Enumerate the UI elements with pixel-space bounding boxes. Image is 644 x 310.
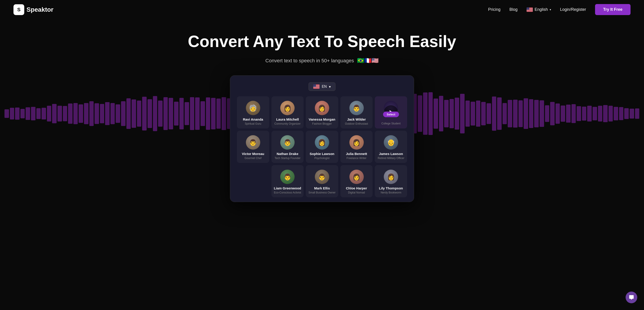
wave-bar — [534, 100, 539, 127]
avatar-vanessa: 👩 — [315, 101, 329, 115]
wave-bar — [126, 98, 131, 129]
wave-bar — [52, 104, 56, 123]
voice-role-liam: Eco-Conscious Activist — [274, 191, 302, 194]
avatar-sophie: 👩 — [315, 135, 329, 149]
app-lang-label: EN — [322, 85, 327, 89]
avatar-julia: 👩 — [350, 135, 364, 149]
wave-bar — [497, 97, 502, 130]
wave-bar — [222, 97, 226, 130]
voice-name-lily: Lily Thompson — [377, 186, 405, 190]
wave-bar — [200, 101, 205, 126]
logo-box: S — [14, 4, 24, 15]
wave-bar — [550, 102, 555, 125]
blog-link[interactable]: Blog — [510, 7, 518, 12]
voice-name-ravi: Ravi Ananda — [239, 117, 267, 121]
wave-bar — [624, 108, 629, 119]
voice-name-nathan: Nathan Drake — [274, 152, 302, 156]
wave-bar — [587, 106, 592, 121]
hero-subtitle: Convert text to speech in 50+ languages … — [4, 57, 640, 64]
voice-card-nathan[interactable]: 👨 Nathan Drake Tech Startup Founder — [272, 131, 304, 163]
voice-card-sophie[interactable]: 👩 Sophie Lawson Psychologist — [306, 131, 338, 163]
wave-bar — [418, 95, 422, 132]
wave-bar — [561, 105, 565, 121]
flag-usa: 🇺🇸 — [372, 57, 378, 64]
wave-bar — [121, 101, 126, 126]
voice-card-chloe[interactable]: 👩 Chloe Harper Digital Nomad — [340, 165, 373, 197]
wave-bar — [116, 104, 120, 123]
voice-name-vanessa: Vanessa Morgan — [308, 117, 336, 121]
wave-bar — [158, 101, 162, 127]
voice-card-jack[interactable]: 👨 Jack Wilder Outdoor Enthusiast — [340, 96, 373, 128]
voice-name-laura: Laura Mitchell — [274, 117, 302, 121]
logo[interactable]: S Speaktor — [14, 4, 54, 15]
voice-role-nathan: Tech Startup Founder — [274, 157, 302, 160]
wave-bar — [78, 104, 83, 123]
try-it-free-button[interactable]: Try It Free — [595, 4, 630, 15]
wave-bar — [94, 103, 99, 124]
navbar: S Speaktor Pricing Blog English ▾ Login/… — [0, 0, 644, 19]
voice-card-james[interactable]: 👴 James Lawson Retired Military Officer — [375, 131, 407, 163]
voice-role-mark: Small Business Owner — [308, 191, 336, 194]
wave-bar — [105, 102, 110, 125]
wave-bar — [481, 102, 486, 125]
voice-role-victor: Gourmet Chef — [239, 157, 267, 160]
voice-name-jack: Jack Wilder — [343, 117, 370, 121]
avatar-chloe: 👩 — [350, 170, 364, 184]
language-selector[interactable]: English ▾ — [526, 7, 551, 12]
logo-letter: S — [17, 7, 21, 13]
chat-bubble[interactable] — [626, 291, 637, 303]
wave-bar — [630, 109, 634, 118]
wave-bar — [31, 107, 36, 120]
select-badge: Select — [383, 112, 399, 117]
voice-name-sophie: Sophie Lawson — [308, 152, 336, 156]
wave-bar — [614, 107, 618, 121]
voice-card-victor[interactable]: 👨 Victor Moreau Gourmet Chef — [237, 131, 269, 163]
wave-bar — [608, 106, 613, 121]
voice-name-julia: Julia Bennett — [343, 152, 370, 156]
avatar-liam: 👨 — [280, 170, 294, 184]
pricing-link[interactable]: Pricing — [488, 7, 500, 12]
voice-name-chloe: Chloe Harper — [343, 186, 370, 190]
subtitle-text: Convert text to speech in 50+ languages — [266, 58, 354, 64]
wave-bar — [524, 98, 528, 129]
voice-card-lily[interactable]: 👩 Lily Thompson Nerdy Bookworm — [375, 165, 407, 197]
voice-role-james: Retired Military Officer — [377, 157, 405, 160]
wave-bar — [486, 103, 491, 124]
nav-links: Pricing Blog English ▾ Login/Register Tr… — [488, 4, 630, 15]
wave-bar — [428, 92, 433, 135]
voice-name-liam: Liam Greenwood — [274, 186, 302, 190]
wave-bar — [153, 96, 158, 131]
voice-card-julia[interactable]: 👩 Julia Bennett Freelance Writer — [340, 131, 373, 163]
wave-bar — [556, 103, 560, 124]
wave-bar — [518, 100, 523, 127]
wave-bar — [434, 99, 438, 129]
voice-card-laura[interactable]: 👩 Laura Mitchell Community Organizer — [272, 96, 304, 128]
voice-name-james: James Lawson — [377, 152, 405, 156]
wave-bar — [63, 106, 67, 121]
wave-bar — [598, 106, 602, 122]
voice-card-ravi[interactable]: 🧓 Ravi Ananda Spiritual Guru — [237, 96, 269, 128]
voice-card-mark[interactable]: 👨 Mark Ellis Small Business Owner — [306, 165, 338, 197]
chat-icon — [629, 295, 634, 300]
voice-card-selected[interactable]: Select College Student — [375, 96, 407, 128]
voice-role-selected: College Student — [377, 122, 405, 125]
wave-bar — [169, 98, 173, 129]
login-register-link[interactable]: Login/Register — [560, 7, 586, 12]
voice-role-vanessa: Fashion Blogger — [308, 122, 336, 125]
voice-role-lily: Nerdy Bookworm — [377, 191, 405, 194]
wave-bar — [216, 99, 221, 129]
avatar-victor: 👨 — [246, 135, 260, 149]
wave-bar — [592, 107, 597, 120]
app-language-selector: EN ▾ — [237, 82, 407, 91]
wave-bar — [540, 100, 544, 127]
chevron-down-icon: ▾ — [550, 8, 551, 11]
wave-bar — [190, 97, 194, 130]
voice-card-vanessa[interactable]: 👩 Vanessa Morgan Fashion Blogger — [306, 96, 338, 128]
voice-name-mark: Mark Ellis — [308, 186, 336, 190]
voice-card-liam[interactable]: 👨 Liam Greenwood Eco-Conscious Activist — [272, 165, 304, 197]
wave-bar — [42, 108, 46, 120]
avatar-laura: 👩 — [280, 101, 294, 115]
app-lang-button[interactable]: EN ▾ — [308, 82, 336, 91]
wave-bar — [137, 101, 142, 127]
hero-section: Convert Any Text To Speech Easily Conver… — [0, 19, 644, 202]
